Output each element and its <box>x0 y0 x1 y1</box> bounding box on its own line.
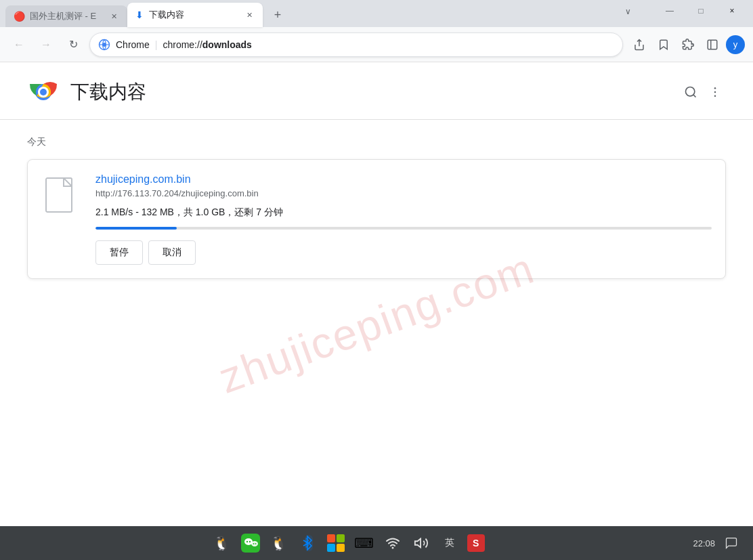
taskbar-sogou[interactable]: S <box>467 534 485 552</box>
svg-point-10 <box>714 91 716 93</box>
search-button[interactable] <box>680 81 702 103</box>
progress-bar <box>95 227 712 230</box>
taskbar-input-toggle[interactable]: ⌨ <box>353 532 375 554</box>
download-actions: 暂停 取消 <box>95 240 712 265</box>
cancel-button[interactable]: 取消 <box>148 240 196 265</box>
download-status: 2.1 MB/s - 132 MB，共 1.0 GB，还剩 7 分钟 <box>95 207 712 219</box>
section-label-today: 今天 <box>27 136 726 148</box>
forward-button[interactable]: → <box>35 34 57 56</box>
tab-list-chevron[interactable]: ∨ <box>625 7 631 16</box>
svg-rect-23 <box>337 534 345 542</box>
svg-rect-22 <box>327 534 335 542</box>
taskbar-volume[interactable] <box>410 532 432 554</box>
inactive-tab-close[interactable]: ✕ <box>108 11 119 22</box>
svg-point-19 <box>255 543 256 544</box>
new-tab-button[interactable]: + <box>268 5 287 24</box>
address-bar[interactable]: Chrome | chrome://downloads <box>89 33 623 57</box>
svg-point-9 <box>714 87 716 89</box>
share-button[interactable] <box>628 34 650 56</box>
page-title: 下载内容 <box>70 79 146 105</box>
svg-text:ᛒ: ᛒ <box>304 537 311 548</box>
bookmark-button[interactable] <box>653 34 674 56</box>
inactive-tab-favicon: 🔴 <box>14 11 24 22</box>
taskbar-time: 22:08 <box>693 538 715 548</box>
taskbar: 🐧 🐧 ᛒ <box>0 526 753 560</box>
svg-point-8 <box>686 87 695 96</box>
address-brand-label: Chrome <box>116 39 150 50</box>
taskbar-input-method[interactable]: 英 <box>439 532 460 554</box>
sidebar-toggle-button[interactable] <box>702 34 723 56</box>
menu-button[interactable] <box>704 81 726 103</box>
toolbar: ← → ↻ Chrome | chrome://downloads <box>0 27 753 62</box>
taskbar-icons: 🐧 🐧 ᛒ <box>11 532 685 554</box>
page-header: 下载内容 <box>0 62 753 120</box>
taskbar-qq2[interactable]: 🐧 <box>268 532 290 554</box>
svg-rect-24 <box>327 544 335 552</box>
svg-point-11 <box>714 95 716 98</box>
downloads-content: zhujiceping.com 今天 zhujiceping.com.bin h… <box>0 120 753 526</box>
svg-rect-2 <box>708 40 717 49</box>
taskbar-colorful[interactable] <box>325 532 347 554</box>
active-tab[interactable]: ⬇ 下载内容 ✕ <box>127 3 263 27</box>
active-tab-favicon: ⬇ <box>135 9 144 20</box>
address-separator: | <box>155 39 158 50</box>
taskbar-qq1[interactable]: 🐧 <box>211 532 233 554</box>
taskbar-notification[interactable] <box>720 532 742 554</box>
download-filename[interactable]: zhujiceping.com.bin <box>95 173 712 186</box>
svg-point-7 <box>40 89 47 95</box>
address-url: chrome://downloads <box>163 39 614 50</box>
download-info: zhujiceping.com.bin http://176.113.70.20… <box>95 173 712 265</box>
maximize-button[interactable]: □ <box>685 0 716 22</box>
close-button[interactable]: × <box>716 0 748 22</box>
active-tab-label: 下载内容 <box>149 9 238 21</box>
address-bar-favicon <box>98 39 110 51</box>
active-tab-close[interactable]: ✕ <box>244 9 255 20</box>
file-icon <box>41 173 82 221</box>
svg-point-26 <box>391 547 393 549</box>
back-button[interactable]: ← <box>8 34 30 56</box>
window-controls: — □ × <box>654 0 753 27</box>
taskbar-bluetooth[interactable]: ᛒ <box>297 532 318 554</box>
pause-button[interactable]: 暂停 <box>95 240 143 265</box>
inactive-tab[interactable]: 🔴 国外主机测评 - E ✕ <box>5 5 127 27</box>
profile-avatar[interactable]: y <box>726 35 745 54</box>
svg-point-15 <box>251 541 258 546</box>
extensions-button[interactable] <box>677 34 699 56</box>
download-url: http://176.113.70.204/zhujiceping.com.bi… <box>95 188 712 198</box>
download-item: zhujiceping.com.bin http://176.113.70.20… <box>27 159 726 279</box>
svg-marker-27 <box>415 539 421 548</box>
taskbar-wifi[interactable] <box>382 532 404 554</box>
main-content: 下载内容 zhujiceping.com 今天 <box>0 62 753 526</box>
taskbar-wechat[interactable] <box>240 532 261 554</box>
toolbar-icons: y <box>628 34 745 56</box>
svg-point-17 <box>249 541 251 542</box>
svg-point-18 <box>253 543 254 544</box>
svg-point-16 <box>246 541 248 542</box>
svg-rect-25 <box>337 544 345 552</box>
minimize-button[interactable]: — <box>654 0 685 22</box>
title-bar: 🔴 国外主机测评 - E ✕ ⬇ 下载内容 ✕ + ∨ — □ × <box>0 0 753 27</box>
progress-bar-fill <box>95 227 177 230</box>
inactive-tab-label: 国外主机测评 - E <box>30 10 103 22</box>
chrome-logo <box>27 76 60 108</box>
taskbar-right: 22:08 <box>693 532 742 554</box>
refresh-button[interactable]: ↻ <box>62 34 84 56</box>
